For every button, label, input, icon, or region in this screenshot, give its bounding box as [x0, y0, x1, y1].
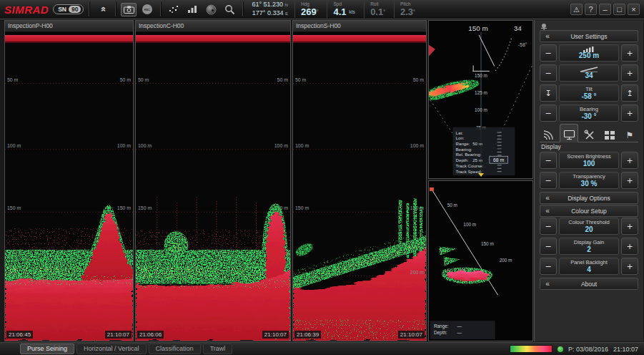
scatter-icon: [169, 5, 179, 14]
histogram-button[interactable]: [184, 3, 200, 16]
tab-display[interactable]: [560, 124, 578, 142]
screen-brightness-display[interactable]: Screen Brightness 100: [559, 152, 619, 169]
range-increase-button[interactable]: +: [621, 44, 638, 62]
about-bar[interactable]: « About: [540, 278, 638, 290]
pitch-readout: Pitch 2.3°: [394, 1, 421, 18]
display-gain-display[interactable]: Display Gain 2: [559, 238, 619, 255]
tab-marks[interactable]: ⚑: [621, 126, 638, 142]
vertical-view-top-svg: 150 m 125 m 100 m 75 m 150 m 34 -58°: [429, 21, 532, 178]
colour-scale: [510, 345, 553, 353]
alarm-button[interactable]: ⚠: [570, 4, 583, 15]
tab-sonar[interactable]: [540, 126, 557, 142]
record-button[interactable]: REC: [139, 3, 155, 16]
svg-text:Track Course:: Track Course:: [455, 163, 483, 168]
close-button[interactable]: ×: [628, 4, 640, 15]
heading-readout: Hdg 269°: [294, 1, 325, 18]
tab-tools[interactable]: [581, 126, 598, 142]
svg-text:150 m: 150 m: [295, 205, 309, 210]
gain-increase-button[interactable]: +: [621, 64, 638, 82]
tilt-up-button[interactable]: ↥: [621, 84, 638, 102]
gain-decrease-button[interactable]: −: [540, 64, 557, 82]
tab-trawl[interactable]: Trawl: [203, 344, 233, 354]
transparency-increase-button[interactable]: +: [621, 172, 638, 189]
display-gain-decrease-button[interactable]: −: [540, 238, 557, 255]
collapse-icon: «: [540, 208, 555, 215]
expand-menu-button[interactable]: »: [94, 3, 110, 16]
display-gain-increase-button[interactable]: +: [621, 238, 638, 255]
tools-icon: [584, 130, 595, 140]
echogram-start-time: 21:06:06: [137, 331, 164, 339]
latitude-unit: N: [285, 3, 288, 7]
range-decrease-button[interactable]: −: [540, 44, 557, 62]
colour-threshold-decrease-button[interactable]: −: [540, 218, 557, 235]
colour-threshold-increase-button[interactable]: +: [621, 218, 638, 235]
monitor-icon: [563, 130, 575, 140]
transparency-decrease-button[interactable]: −: [540, 172, 557, 189]
longitude-unit: E: [285, 11, 288, 16]
screen-brightness-decrease-button[interactable]: −: [540, 152, 557, 169]
minimize-button[interactable]: –: [599, 4, 611, 15]
flag-icon: ⚑: [626, 131, 634, 140]
maximize-button[interactable]: □: [613, 4, 625, 15]
zoom-button[interactable]: [222, 3, 237, 16]
screenshot-button[interactable]: [121, 3, 137, 16]
collapse-icon: «: [540, 195, 555, 202]
heading-value: 269: [301, 6, 317, 17]
tab-layout[interactable]: [601, 126, 618, 142]
tilt-down-button[interactable]: ↧: [540, 84, 557, 102]
status-area: P: 03/08/2016 21:10:07: [510, 345, 638, 353]
bearing-increase-button[interactable]: +: [621, 104, 638, 122]
echogram-panel-port: InspectionP-H00 50 m50 m 100 m100 m 150 …: [4, 20, 134, 341]
target-display-button[interactable]: [166, 3, 182, 16]
position-readout: 61° 51.230 N 177° 0.334 E: [248, 1, 292, 18]
colour-threshold-display[interactable]: Colour Threshold 20: [559, 218, 619, 235]
tilt-value: -58 °: [581, 93, 596, 100]
tab-classification[interactable]: Classification: [149, 344, 201, 354]
svg-text:Range:: Range:: [434, 324, 449, 329]
gain-value-display[interactable]: 34: [559, 64, 619, 82]
panel-backlight-increase-button[interactable]: +: [621, 258, 638, 275]
status-indicator: [558, 346, 563, 352]
echogram-starboard-svg: 50 m50 m 100 m100 m 150 m150 m 200 m: [293, 32, 426, 341]
screen-brightness-increase-button[interactable]: +: [621, 152, 638, 169]
bearing-value-display[interactable]: Bearing -30 °: [559, 104, 619, 122]
svg-text:—: —: [457, 324, 462, 329]
double-chevron-down-icon: »: [99, 6, 106, 11]
echogram-port-svg: 50 m50 m 100 m100 m 150 m150 m: [5, 32, 133, 341]
sphere-view-button[interactable]: [203, 3, 219, 16]
echogram-starboard-view[interactable]: 50 m50 m 100 m100 m 150 m150 m 200 m: [293, 32, 426, 341]
magnifier-icon: [224, 4, 235, 15]
svg-text:200 m: 200 m: [410, 270, 424, 275]
tab-horizontal-vertical[interactable]: Horizontal / Vertical: [76, 344, 147, 354]
sidebar-tabs: ⚑: [540, 125, 638, 142]
tilt-value-display[interactable]: Tilt -58 °: [559, 84, 619, 102]
echogram-center-view[interactable]: 50 m50 m 100 m100 m 150 m150 m: [136, 32, 290, 341]
svg-text:50 m: 50 m: [472, 141, 482, 146]
svg-text:100 m: 100 m: [475, 107, 487, 112]
user-settings-label: User Settings: [555, 33, 623, 40]
display-options-bar[interactable]: « Display Options: [540, 192, 638, 204]
panel-backlight-control: − Panel Backlight 4 +: [540, 258, 638, 275]
gain-value: 34: [585, 72, 593, 79]
toolbar-separator: [89, 2, 89, 16]
panel-backlight-display[interactable]: Panel Backlight 4: [559, 258, 619, 275]
transparency-display[interactable]: Transparency 30 %: [559, 172, 619, 189]
colour-setup-bar[interactable]: « Colour Setup: [540, 205, 638, 217]
svg-text:50 m: 50 m: [413, 77, 425, 82]
display-gain-control: − Display Gain 2 +: [540, 238, 638, 255]
echogram-end-time: 21:10:07: [262, 331, 289, 339]
echogram-port-view[interactable]: 50 m50 m 100 m100 m 150 m150 m 21:06:45 …: [5, 32, 133, 341]
control-sidebar: « User Settings − 250 m + −: [534, 20, 643, 341]
roll-value: 0.1: [370, 6, 383, 17]
vertical-sonar-view-bottom[interactable]: 50 m 100 m 150 m 200 m Range:— Depth:—: [428, 180, 533, 341]
svg-text:Lon:: Lon:: [455, 135, 464, 140]
help-button[interactable]: ?: [585, 4, 597, 15]
echogram-start-time: 21:06:39: [294, 331, 321, 339]
depth-marker: 68 m: [493, 157, 505, 162]
vertical-sonar-view-top[interactable]: 150 m 125 m 100 m 75 m 150 m 34 -58°: [428, 20, 533, 179]
range-value-display[interactable]: 250 m: [559, 44, 619, 62]
panel-backlight-decrease-button[interactable]: −: [540, 258, 557, 275]
bearing-decrease-button[interactable]: −: [540, 104, 557, 122]
user-settings-bar[interactable]: « User Settings: [540, 30, 638, 42]
tab-purse-seining[interactable]: Purse Seining: [20, 344, 74, 354]
